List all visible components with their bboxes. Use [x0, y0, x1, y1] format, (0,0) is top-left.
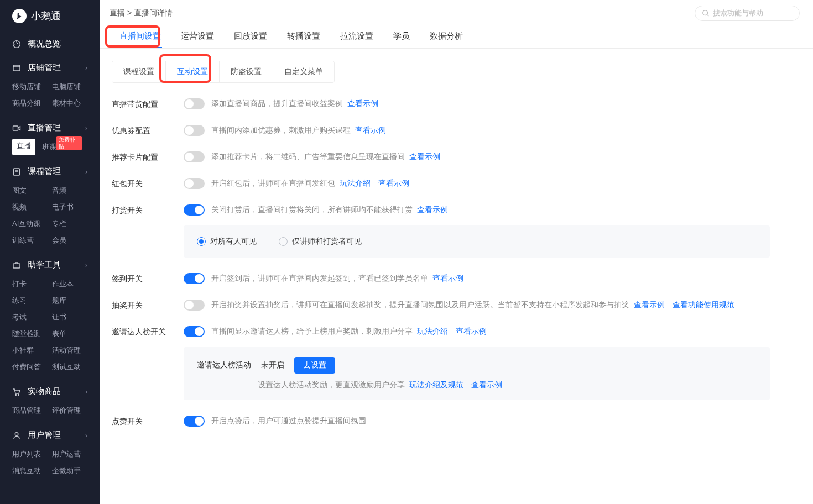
sidebar-course-camp[interactable]: 训练营	[12, 232, 52, 249]
toggle-redpack[interactable]	[184, 178, 205, 189]
tab-operation[interactable]: 运营设置	[171, 24, 224, 48]
sidebar-goods[interactable]: 实物商品 ›	[0, 381, 100, 402]
sidebar-tool-8[interactable]: 小社群	[12, 342, 52, 359]
sidebar-user-0[interactable]: 用户列表	[12, 446, 52, 463]
sidebar-store-mobile[interactable]: 移动店铺	[12, 78, 52, 95]
sidebar-course-video[interactable]: 视频	[12, 199, 52, 216]
tab2-interaction[interactable]: 互动设置	[166, 61, 220, 82]
brand-text: 小鹅通	[31, 9, 61, 23]
svg-point-6	[18, 394, 19, 395]
sidebar-course-text[interactable]: 图文	[12, 182, 52, 199]
sidebar-store[interactable]: 店铺管理 ›	[0, 57, 100, 78]
sidebar-store-group[interactable]: 商品分组	[12, 95, 52, 112]
secondary-tabs: 课程设置 互动设置 防盗设置 自定义菜单	[112, 61, 335, 83]
sidebar-tool-5[interactable]: 证书	[52, 309, 92, 326]
sidebar-user-1[interactable]: 用户运营	[52, 446, 92, 463]
tab-analytics[interactable]: 数据分析	[420, 24, 473, 48]
secondary-tabs-row: 课程设置 互动设置 防盗设置 自定义菜单	[100, 49, 813, 83]
toggle-invite[interactable]	[184, 326, 205, 337]
sidebar-live[interactable]: 直播管理 ›	[0, 117, 100, 139]
link-redpack-example[interactable]: 查看示例	[378, 179, 409, 188]
radio-icon	[197, 237, 206, 246]
radio-visible-all[interactable]: 对所有人可见	[197, 237, 257, 246]
sidebar-tool-1[interactable]: 作业本	[52, 276, 92, 292]
link-lottery-example[interactable]: 查看示例	[634, 300, 665, 310]
sidebar-tool-11[interactable]: 测试互动	[52, 359, 92, 375]
book-icon	[12, 167, 22, 176]
tab2-antitheft[interactable]: 防盗设置	[220, 61, 273, 82]
sidebar-course-member[interactable]: 会员	[52, 232, 92, 249]
tab2-course[interactable]: 课程设置	[112, 61, 166, 82]
sidebar-store-pc[interactable]: 电脑店铺	[52, 78, 92, 95]
link-lottery-spec[interactable]: 查看功能使用规范	[673, 300, 734, 310]
sidebar-overview[interactable]: 概况总览	[0, 33, 100, 55]
link-invite-example[interactable]: 查看示例	[456, 327, 487, 337]
toggle-coupon[interactable]	[184, 125, 205, 136]
sidebar-tool-2[interactable]: 练习	[12, 292, 52, 309]
cart-icon	[12, 387, 22, 396]
sidebar-tool-6[interactable]: 随堂检测	[12, 326, 52, 342]
sidebar-tool-10[interactable]: 付费问答	[12, 359, 52, 375]
sidebar-course[interactable]: 课程管理 ›	[0, 161, 100, 182]
radio-icon	[279, 237, 288, 246]
main: 直播 > 直播间详情 搜索功能与帮助 直播间设置 运营设置 回放设置 转播设置 …	[100, 0, 813, 504]
chevron-right-icon: ›	[85, 261, 87, 269]
toggle-checkin[interactable]	[184, 273, 205, 284]
sidebar-tool-9[interactable]: 活动管理	[52, 342, 92, 359]
chevron-right-icon: ›	[85, 388, 87, 396]
sidebar-course-audio[interactable]: 音频	[52, 182, 92, 199]
sidebar-live-class[interactable]: 免费补贴 班课	[42, 139, 82, 155]
link-checkin-example[interactable]: 查看示例	[432, 274, 463, 284]
sidebar-tool-3[interactable]: 题库	[52, 292, 92, 309]
link-invite-example2[interactable]: 查看示例	[471, 380, 502, 390]
topbar: 直播 > 直播间详情 搜索功能与帮助	[100, 0, 813, 24]
tab-pull[interactable]: 拉流设置	[330, 24, 383, 48]
link-card-example[interactable]: 查看示例	[409, 152, 440, 162]
tab-students[interactable]: 学员	[383, 24, 420, 48]
toggle-reward[interactable]	[184, 204, 205, 216]
sidebar-course-ai[interactable]: AI互动课	[12, 216, 52, 232]
row-lottery: 抽奖开关 开启抽奖并设置抽奖后，讲师可在直播间发起抽奖，提升直播间氛围以及用户活…	[112, 300, 801, 311]
sidebar-user-2[interactable]: 消息互动	[12, 463, 52, 479]
sidebar-goods-1[interactable]: 评价管理	[52, 402, 92, 419]
sidebar-goods-0[interactable]: 商品管理	[12, 402, 52, 419]
radio-visible-teacher[interactable]: 仅讲师和打赏者可见	[279, 237, 362, 246]
toggle-card[interactable]	[184, 151, 205, 162]
breadcrumb-a[interactable]: 直播	[110, 8, 125, 17]
link-goods-example[interactable]: 查看示例	[347, 99, 378, 109]
toggle-goods[interactable]	[184, 98, 205, 109]
row-goods: 直播带货配置 添加直播间商品，提升直播间收益案例 查看示例	[112, 98, 801, 109]
sidebar-tool[interactable]: 助学工具 ›	[0, 254, 100, 276]
link-coupon-example[interactable]: 查看示例	[355, 125, 386, 135]
sidebar-live-live[interactable]: 直播	[12, 139, 35, 155]
sidebar-tool-4[interactable]: 考试	[12, 309, 52, 326]
sidebar-course-ebook[interactable]: 电子书	[52, 199, 92, 216]
tab-playback[interactable]: 回放设置	[224, 24, 277, 48]
link-redpack-intro[interactable]: 玩法介绍	[340, 179, 371, 188]
sidebar-course-column[interactable]: 专栏	[52, 216, 92, 232]
tab-rebroadcast[interactable]: 转播设置	[277, 24, 330, 48]
toggle-lottery[interactable]	[184, 300, 205, 311]
sidebar-store-material[interactable]: 素材中心	[52, 95, 92, 112]
tab2-menu[interactable]: 自定义菜单	[273, 61, 334, 82]
video-icon	[12, 124, 22, 133]
store-icon	[12, 64, 22, 72]
sidebar-user-3[interactable]: 企微助手	[52, 463, 92, 479]
search-icon	[702, 9, 710, 17]
row-reward: 打赏开关 关闭打赏后，直播间打赏将关闭，所有讲师均不能获得打赏 查看示例 对所有…	[112, 204, 801, 258]
goose-icon	[12, 9, 27, 23]
sidebar-tool-0[interactable]: 打卡	[12, 276, 52, 292]
brand-logo[interactable]: 小鹅通	[0, 0, 100, 33]
svg-point-0	[18, 14, 18, 14]
row-coupon: 优惠券配置 直播间内添加优惠券，刺激用户购买课程 查看示例	[112, 125, 801, 136]
toggle-like[interactable]	[184, 416, 205, 427]
go-setup-button[interactable]: 去设置	[294, 357, 335, 374]
tab-room-settings[interactable]: 直播间设置	[110, 24, 171, 48]
sidebar-user[interactable]: 用户管理 ›	[0, 424, 100, 446]
link-reward-example[interactable]: 查看示例	[417, 205, 448, 215]
link-invite-intro[interactable]: 玩法介绍	[417, 327, 448, 337]
search-input[interactable]: 搜索功能与帮助	[695, 6, 800, 21]
chevron-right-icon: ›	[85, 64, 87, 72]
link-invite-spec[interactable]: 玩法介绍及规范	[409, 380, 463, 390]
sidebar-tool-7[interactable]: 表单	[52, 326, 92, 342]
